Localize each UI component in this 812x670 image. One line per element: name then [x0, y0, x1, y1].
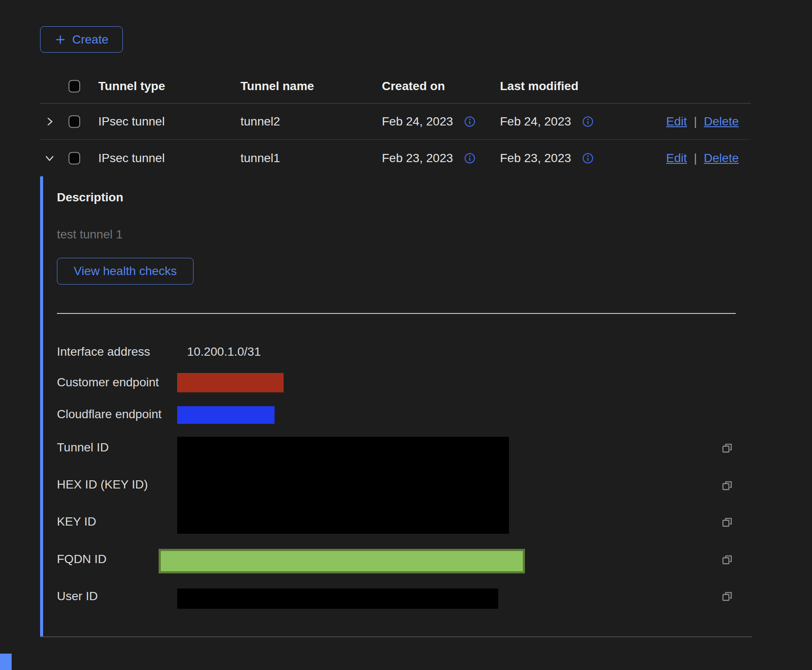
edit-link[interactable]: Edit	[666, 115, 687, 128]
field-label: Customer endpoint	[57, 376, 159, 389]
field-label: FQDN ID	[57, 552, 106, 566]
last-modified-cell: Feb 23, 2023	[500, 151, 571, 165]
copy-icon	[720, 440, 735, 456]
copy-icon	[720, 478, 735, 493]
header-created-on: Created on	[382, 79, 445, 93]
field-label: User ID	[57, 589, 98, 603]
action-separator: |	[694, 151, 697, 165]
redacted-id-block	[177, 437, 509, 534]
panel-divider	[57, 313, 736, 314]
delete-link[interactable]: Delete	[704, 151, 739, 165]
chevron-down-icon	[44, 153, 55, 163]
tunnel-name-cell: tunnel1	[240, 151, 280, 165]
field-label: KEY ID	[57, 515, 96, 529]
table-row: IPsec tunnel tunnel1 Feb 23, 2023 Feb 23…	[40, 140, 751, 176]
tunnel-name-cell: tunnel2	[240, 115, 280, 128]
redacted-user-id	[177, 589, 498, 609]
field-label: Cloudflare endpoint	[57, 407, 162, 421]
header-last-modified: Last modified	[500, 79, 578, 93]
table-header-row: Tunnel type Tunnel name Created on Last …	[40, 69, 751, 103]
created-on-cell: Feb 23, 2023	[382, 151, 453, 165]
select-all-checkbox[interactable]	[69, 80, 80, 92]
copy-tunnel-id-button[interactable]	[720, 440, 735, 456]
redacted-fqdn-id	[159, 549, 525, 573]
copy-user-id-button[interactable]	[720, 589, 735, 604]
edit-link[interactable]: Edit	[666, 151, 687, 165]
create-button-label: Create	[72, 33, 108, 47]
header-tunnel-type: Tunnel type	[98, 79, 165, 93]
action-separator: |	[694, 115, 697, 128]
bottom-left-accent	[0, 654, 12, 670]
redacted-customer-endpoint	[177, 373, 284, 392]
field-label: Interface address	[57, 345, 150, 359]
info-icon[interactable]	[464, 116, 475, 127]
copy-icon	[720, 589, 735, 604]
description-value: test tunnel 1	[57, 228, 123, 241]
delete-link[interactable]: Delete	[704, 115, 739, 128]
row-checkbox[interactable]	[69, 152, 80, 165]
copy-icon	[720, 514, 735, 530]
tunnel-type-cell: IPsec tunnel	[98, 151, 165, 165]
collapse-row-button[interactable]	[44, 153, 57, 163]
field-label: HEX ID (KEY ID)	[57, 478, 148, 492]
expanded-accent-bar	[40, 176, 43, 636]
field-label: Tunnel ID	[57, 441, 109, 454]
info-icon[interactable]	[582, 153, 593, 164]
expanded-tunnel-panel: Description test tunnel 1 View health ch…	[40, 176, 752, 637]
last-modified-cell: Feb 24, 2023	[500, 115, 571, 128]
created-on-cell: Feb 24, 2023	[382, 115, 453, 128]
copy-hex-id-button[interactable]	[720, 478, 735, 493]
expand-row-button[interactable]	[44, 116, 57, 127]
plus-icon	[54, 34, 66, 46]
tunnel-type-cell: IPsec tunnel	[98, 115, 165, 128]
view-health-checks-button[interactable]: View health checks	[57, 258, 194, 285]
description-label: Description	[57, 191, 123, 204]
chevron-right-icon	[44, 116, 55, 127]
info-icon[interactable]	[582, 116, 593, 127]
row-checkbox[interactable]	[69, 116, 80, 128]
redacted-cloudflare-endpoint	[177, 406, 275, 424]
header-tunnel-name: Tunnel name	[240, 79, 314, 93]
copy-key-id-button[interactable]	[720, 514, 735, 530]
create-button[interactable]: Create	[40, 26, 123, 53]
field-value: 10.200.1.0/31	[187, 345, 261, 359]
info-icon[interactable]	[464, 153, 475, 164]
tunnels-page: Create Tunnel type Tunnel name Created o…	[0, 0, 812, 670]
copy-icon	[720, 552, 735, 567]
table-row: IPsec tunnel tunnel2 Feb 24, 2023 Feb 24…	[40, 104, 751, 140]
copy-fqdn-id-button[interactable]	[720, 552, 735, 567]
